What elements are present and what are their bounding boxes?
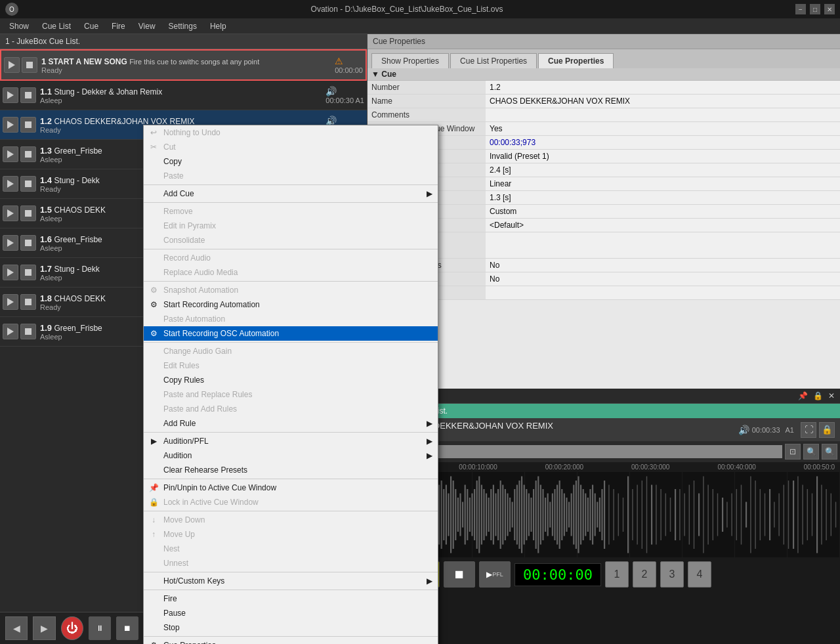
play-button[interactable]: [3, 235, 18, 251]
cm-item-cue-properties[interactable]: ⚙Cue Properties: [144, 638, 438, 644]
cm-item-change-audio-gain[interactable]: Change Audio Gain: [144, 344, 438, 358]
svg-rect-99: [599, 498, 600, 532]
play-button[interactable]: [3, 87, 18, 103]
cm-item-start-recording-automation[interactable]: ⚙Start Recording Automation: [144, 297, 438, 312]
minimize-button[interactable]: −: [795, 4, 806, 14]
cm-item-audition-pfl[interactable]: ▶Audition/PFL▶: [144, 434, 438, 448]
menu-view[interactable]: View: [132, 20, 162, 32]
cue-num-3[interactable]: 3: [660, 561, 684, 588]
play-button[interactable]: [3, 176, 18, 192]
cm-item-consolidate[interactable]: Consolidate: [144, 233, 438, 247]
cm-item-pause[interactable]: Pause: [144, 606, 438, 620]
cue-name: Green_Frisbe: [54, 324, 102, 333]
wf-zoom-out[interactable]: 🔍: [822, 444, 837, 460]
play-button[interactable]: [3, 265, 18, 280]
cm-item-start-recording-osc[interactable]: ⚙Start Recording OSC Automation: [144, 326, 438, 341]
cm-item-paste[interactable]: Paste: [144, 169, 438, 183]
cm-item-record-audio[interactable]: Record Audio: [144, 251, 438, 265]
tab-show-properties[interactable]: Show Properties: [371, 53, 449, 68]
menu-help[interactable]: Help: [203, 20, 233, 32]
wf-zoom-in[interactable]: 🔍: [803, 444, 819, 460]
table-row[interactable]: 1.1 Stung - Dekker & Johan Remix Asleep …: [0, 81, 367, 110]
menu-cue[interactable]: Cue: [77, 20, 105, 32]
pfl-button[interactable]: ▶PFL: [479, 561, 511, 588]
cm-item-move-down[interactable]: ↓Move Down: [144, 513, 438, 527]
stop-button[interactable]: [20, 117, 36, 133]
cue-subtitle: Fire this cue to swithc songs at any poi…: [129, 58, 259, 66]
unlink-button[interactable]: ⛶: [801, 422, 816, 438]
cm-item-cut[interactable]: ✂Cut: [144, 140, 438, 154]
svg-rect-42: [465, 485, 466, 545]
cm-item-lock[interactable]: 🔒Lock in Active Cue Window: [144, 495, 438, 509]
cm-item-edit-rules[interactable]: Edit Rules: [144, 358, 438, 373]
next-button[interactable]: ▶: [33, 616, 55, 640]
cm-item-edit-pyramix[interactable]: Edit in Pyramix: [144, 219, 438, 233]
cm-item-stop[interactable]: Stop: [144, 620, 438, 635]
maximize-button[interactable]: □: [810, 4, 820, 14]
cm-item-add-cue[interactable]: Add Cue▶: [144, 186, 438, 201]
prop-section-cue[interactable]: ▼ Cue: [368, 68, 840, 81]
stop-button[interactable]: [20, 176, 36, 192]
play-button[interactable]: [4, 57, 20, 73]
stop-button[interactable]: [20, 146, 36, 162]
wf-progress-bar[interactable]: [407, 445, 782, 458]
cm-item-audition[interactable]: Audition▶: [144, 448, 438, 463]
prop-row-interaction: Interaction Rules: [368, 232, 840, 259]
cm-item-pin-unpin[interactable]: 📌Pin/Unpin to Active Cue Window: [144, 481, 438, 495]
cm-item-hot-keys[interactable]: Hot/Custom Keys▶: [144, 574, 438, 588]
stop-button[interactable]: [20, 235, 36, 251]
close-button[interactable]: ✕: [824, 4, 835, 14]
stop-button[interactable]: [20, 87, 36, 103]
cue-properties-header: Cue Properties: [368, 34, 840, 49]
menu-show[interactable]: Show: [3, 20, 35, 32]
cm-item-move-up[interactable]: ↑Move Up: [144, 527, 438, 542]
cm-item-snapshot-automation[interactable]: ⚙Snapshot Automation: [144, 283, 438, 297]
power-button[interactable]: ⏻: [61, 616, 83, 640]
cm-item-unnest[interactable]: Unnest: [144, 556, 438, 570]
cm-item-fire[interactable]: Fire: [144, 591, 438, 606]
stop-button[interactable]: [22, 57, 37, 73]
cm-item-paste-replace-rules[interactable]: Paste and Replace Rules: [144, 387, 438, 402]
play-button[interactable]: [3, 205, 18, 221]
cm-item-paste-automation[interactable]: Paste Automation: [144, 312, 438, 326]
tab-cue-properties[interactable]: Cue Properties: [538, 53, 614, 68]
svg-rect-59: [505, 489, 506, 540]
cm-item-replace-audio[interactable]: Replace Audio Media: [144, 265, 438, 280]
cm-item-copy-rules[interactable]: Copy Rules: [144, 373, 438, 387]
cm-item-nothing-to-undo[interactable]: ↩Nothing to Undo: [144, 125, 438, 140]
menu-cuelist[interactable]: Cue List: [35, 20, 77, 32]
menu-settings[interactable]: Settings: [162, 20, 203, 32]
svg-rect-38: [455, 489, 456, 540]
lock-button[interactable]: 🔒: [819, 422, 835, 438]
wf-zoom-fit[interactable]: ⊡: [785, 444, 801, 460]
tab-cuelist-properties[interactable]: Cue List Properties: [450, 53, 537, 68]
stop-button[interactable]: [20, 265, 36, 280]
prev-button[interactable]: ◀: [5, 616, 28, 640]
play-button[interactable]: [3, 294, 18, 310]
stop-button[interactable]: [20, 205, 36, 221]
play-button[interactable]: [3, 117, 18, 133]
track-channel: A1: [786, 426, 794, 434]
play-button[interactable]: [3, 146, 18, 162]
close-icon[interactable]: ✕: [828, 391, 835, 400]
cue-num-2[interactable]: 2: [633, 561, 656, 588]
table-row[interactable]: 1 START A NEW SONG Fire this cue to swit…: [0, 49, 367, 81]
play-button[interactable]: [3, 324, 18, 339]
cue-num-1[interactable]: 1: [605, 561, 629, 588]
stop-button[interactable]: ⏹: [444, 561, 475, 588]
cm-item-add-rule[interactable]: Add Rule▶: [144, 416, 438, 431]
menu-fire[interactable]: Fire: [105, 20, 132, 32]
stop-button[interactable]: [20, 294, 36, 310]
cm-item-clear-rehearse[interactable]: Clear Rehearse Presets: [144, 463, 438, 477]
cue-num-4[interactable]: 4: [688, 561, 711, 588]
cm-item-nest[interactable]: Nest: [144, 542, 438, 556]
cue-number: 1.6: [40, 234, 52, 244]
cm-item-copy[interactable]: Copy: [144, 154, 438, 169]
stop-show-button[interactable]: ⏹: [116, 616, 138, 640]
stop-button[interactable]: [20, 324, 36, 339]
cm-item-paste-add-rules[interactable]: Paste and Add Rules: [144, 402, 438, 416]
prop-value: No: [486, 272, 840, 286]
pause-show-button[interactable]: ⏸: [89, 616, 111, 640]
svg-rect-36: [450, 477, 452, 553]
cm-item-remove[interactable]: Remove: [144, 204, 438, 219]
